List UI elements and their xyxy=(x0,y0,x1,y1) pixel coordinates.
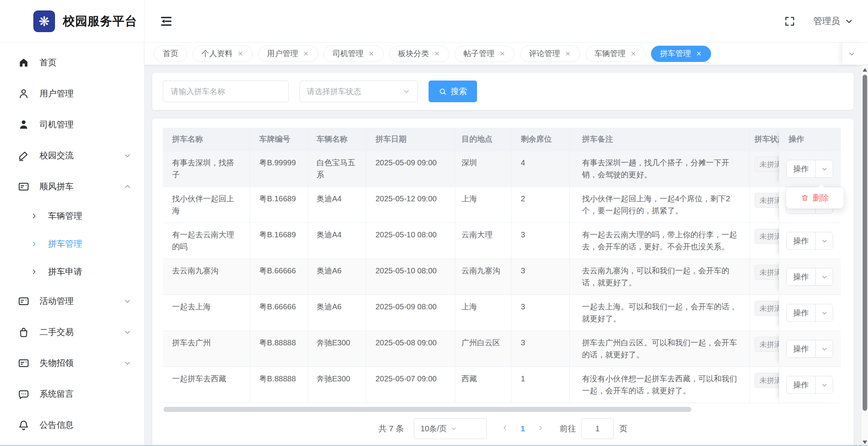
sidebar-subitem-carpool-apply[interactable]: 拼车申请 xyxy=(0,258,144,286)
sidebar-item-label: 公告信息 xyxy=(40,419,132,431)
search-input[interactable] xyxy=(163,81,289,102)
card-icon xyxy=(18,295,29,307)
menu-fold-icon[interactable] xyxy=(159,14,173,28)
row-action-dropdown[interactable] xyxy=(816,160,833,177)
sidebar-item-messages[interactable]: 系统留言 xyxy=(0,379,144,410)
table-row: 有一起去云南大理的吗粤B.16689奥迪A42025-05-10 08:00云南… xyxy=(163,223,841,259)
row-action-dropdown[interactable] xyxy=(816,376,833,393)
search-button[interactable]: 搜索 xyxy=(429,81,477,102)
cell-date: 2025-05-07 09:00 xyxy=(366,367,455,403)
tabs-more-button[interactable] xyxy=(842,43,861,65)
vertical-scrollbar-thumb[interactable] xyxy=(863,75,867,411)
close-icon[interactable] xyxy=(565,50,571,57)
row-action-button[interactable]: 操作 xyxy=(786,160,833,178)
sidebar-item-carpool[interactable]: 顺风拼车 xyxy=(0,171,144,202)
scrollbar-down-arrow[interactable] xyxy=(863,441,867,444)
close-icon[interactable] xyxy=(303,50,309,57)
tab-vehicles[interactable]: 车辆管理 xyxy=(586,46,646,62)
row-action-button[interactable]: 操作 xyxy=(786,304,833,322)
sidebar-item-home[interactable]: 首页 xyxy=(0,47,144,78)
row-action-button[interactable]: 操作 xyxy=(786,340,833,358)
tab-users[interactable]: 用户管理 xyxy=(258,46,318,62)
cell-actions: 操作 xyxy=(779,151,841,187)
sidebar-item-lost-found[interactable]: 失物招领 xyxy=(0,348,144,379)
home-icon xyxy=(18,57,29,69)
search-button-label: 搜索 xyxy=(451,86,467,97)
cell-remark: 有一起去云南大理的吗，带上你的行李，一起去，会开车的话，更好。不会开也没关系。 xyxy=(570,223,750,259)
admin-dropdown[interactable]: 管理员 xyxy=(813,15,853,27)
cell-vehicle: 奥迪A6 xyxy=(308,259,366,295)
fullscreen-icon[interactable] xyxy=(784,15,796,27)
column-header: 车辆名称 xyxy=(308,128,366,151)
tab-posts[interactable]: 帖子管理 xyxy=(455,46,515,62)
cell-actions: 操作 xyxy=(779,259,841,295)
cell-name: 有一起去云南大理的吗 xyxy=(163,223,250,259)
close-icon[interactable] xyxy=(630,50,637,57)
status-select[interactable]: 请选择拼车状态 xyxy=(300,81,418,102)
app-title: 校园服务平台 xyxy=(63,13,137,29)
sidebar-item-users[interactable]: 用户管理 xyxy=(0,78,144,109)
row-action-dropdown[interactable] xyxy=(816,232,833,249)
delete-popup[interactable]: 删除 xyxy=(786,187,844,209)
goto-page-input[interactable] xyxy=(581,418,614,439)
cell-destination: 云南九寨沟 xyxy=(455,259,512,295)
prev-page-button[interactable] xyxy=(496,424,514,433)
cell-destination: 深圳 xyxy=(455,151,512,187)
sidebar-item-activity[interactable]: 活动管理 xyxy=(0,286,144,317)
close-icon[interactable] xyxy=(368,50,375,57)
close-icon[interactable] xyxy=(237,50,244,57)
cell-name: 有事去深圳，找搭子 xyxy=(163,151,250,187)
cell-date: 2025-05-09 09:00 xyxy=(366,151,455,187)
page-number-1[interactable]: 1 xyxy=(514,424,532,433)
row-action-dropdown[interactable] xyxy=(816,304,833,321)
tab-carpool[interactable]: 拼车管理 xyxy=(651,46,711,62)
table-horizontal-scrollbar xyxy=(163,407,841,412)
sidebar-subitem-label: 拼车管理 xyxy=(48,238,82,250)
row-action-button[interactable]: 操作 xyxy=(786,268,833,286)
chevron-down-icon xyxy=(123,151,132,160)
next-page-button[interactable] xyxy=(532,424,549,433)
bag-icon xyxy=(18,326,29,338)
sidebar-subitem-carpool-mgmt[interactable]: 拼车管理 xyxy=(0,230,144,258)
carpool-table: 拼车名称车牌编号车辆名称拼车日期目的地点剩余席位拼车备注拼车状态操作 有事去深圳… xyxy=(163,128,841,403)
cell-remark: 有事去深圳一趟，找几个搭子，分摊一下开销，会驾驶的更好。 xyxy=(570,151,750,187)
column-header-actions: 操作 xyxy=(779,128,841,151)
cell-vehicle: 奥迪A4 xyxy=(308,223,366,259)
tab-boards[interactable]: 板块分类 xyxy=(389,46,449,62)
row-action-dropdown[interactable] xyxy=(816,340,833,357)
sidebar-item-secondhand[interactable]: 二手交易 xyxy=(0,317,144,348)
tab-home[interactable]: 首页 xyxy=(154,46,187,62)
page-size-select[interactable]: 10条/页 xyxy=(414,418,487,439)
sidebar-subitem-vehicle-mgmt[interactable]: 车辆管理 xyxy=(0,202,144,230)
row-action-button[interactable]: 操作 xyxy=(786,232,833,250)
close-icon[interactable] xyxy=(434,50,440,57)
close-icon[interactable] xyxy=(696,50,702,57)
cell-seats: 3 xyxy=(512,223,570,259)
sidebar-item-announcements[interactable]: 公告信息 xyxy=(0,410,144,441)
table-row: 有事去深圳，找搭子粤B.99999白色宝马五系2025-05-09 09:00深… xyxy=(163,151,841,187)
chevron-down-icon xyxy=(450,425,480,432)
cell-vehicle: 奥迪A4 xyxy=(308,187,366,223)
row-action-button[interactable]: 操作 xyxy=(786,376,833,394)
trash-icon xyxy=(801,194,809,202)
cell-date: 2025-05-10 08:00 xyxy=(366,223,455,259)
tab-comments[interactable]: 评论管理 xyxy=(520,46,580,62)
tab-drivers[interactable]: 司机管理 xyxy=(324,46,384,62)
chevron-down-icon xyxy=(123,328,132,336)
cell-name: 去云南九寨沟 xyxy=(163,259,250,295)
cell-name: 一起拼车去西藏 xyxy=(163,367,250,403)
scrollbar-up-arrow[interactable] xyxy=(863,68,867,72)
status-select-placeholder: 请选择拼车状态 xyxy=(307,86,403,97)
horizontal-scrollbar-thumb[interactable] xyxy=(164,407,691,412)
page-unit-label: 页 xyxy=(619,423,627,434)
sidebar-item-label: 顺风拼车 xyxy=(40,181,123,192)
close-icon[interactable] xyxy=(499,50,506,57)
row-action-dropdown[interactable] xyxy=(816,268,833,285)
column-header: 车牌编号 xyxy=(250,128,308,151)
table-row: 一起去上海粤B.66666奥迪A62025-05-09 08:00上海3一起去上… xyxy=(163,295,841,331)
sidebar-item-drivers[interactable]: 司机管理 xyxy=(0,109,144,140)
delete-menu-item-label: 删除 xyxy=(813,192,829,203)
sidebar-item-campus-forum[interactable]: 校园交流 xyxy=(0,140,144,171)
tab-profile[interactable]: 个人资料 xyxy=(193,46,253,62)
page-vertical-scrollbar[interactable] xyxy=(861,65,868,446)
